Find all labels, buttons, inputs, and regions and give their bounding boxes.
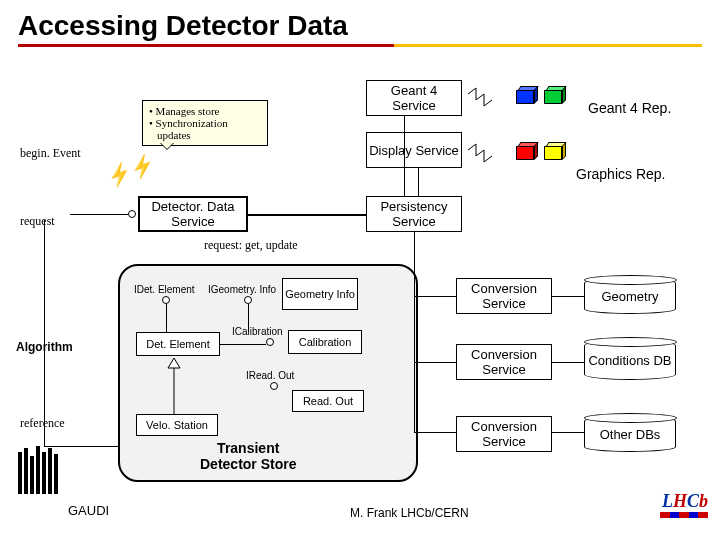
conn-conv2: [414, 362, 456, 363]
svg-rect-5: [48, 448, 52, 494]
diagram-stage: begin. Event request Algorithm reference…: [0, 58, 720, 518]
lolli-idet: [162, 296, 170, 304]
label-reference: reference: [20, 416, 65, 431]
label-begin-event: begin. Event: [20, 146, 81, 161]
db-geometry: Geometry: [584, 278, 676, 314]
conn-db3: [552, 432, 584, 433]
lightning-icon: ⚡⚡: [103, 150, 158, 190]
footer-credit: M. Frank LHCb/CERN: [350, 506, 469, 520]
db-other: Other DBs: [584, 416, 676, 452]
cube-g4-green: [544, 86, 566, 104]
building-icon: [18, 446, 60, 500]
box-conv-1: Conversion Service: [456, 278, 552, 314]
conn-igeo-v: [248, 304, 249, 332]
svg-rect-2: [30, 456, 34, 494]
tds-readout: Read. Out: [292, 390, 364, 412]
conn-reference-v: [44, 220, 45, 446]
conn-conv1: [414, 296, 456, 297]
cube-gr-red: [516, 142, 538, 160]
tds-geometry-info: Geometry Info: [282, 278, 358, 310]
conn-pers-v2: [418, 168, 419, 196]
conn-dd-persist: [248, 214, 366, 216]
tds-idet: IDet. Element: [134, 284, 195, 295]
box-geant4-service: Geant 4 Service: [366, 80, 462, 116]
lhcb-logo-bar: [660, 512, 708, 518]
conn-reference-h: [44, 446, 118, 447]
lhcb-logo: LHCb: [662, 491, 708, 512]
box-display-service: Display Service: [366, 132, 462, 168]
tds-igeo: IGeometry. Info: [208, 284, 276, 295]
svg-marker-8: [168, 358, 180, 368]
tds-velo: Velo. Station: [136, 414, 218, 436]
lolli-igeo: [244, 296, 252, 304]
cube-gr-yellow: [544, 142, 566, 160]
tds-det-element: Det. Element: [136, 332, 220, 356]
box-conv-3: Conversion Service: [456, 416, 552, 452]
svg-rect-6: [54, 454, 58, 494]
conn-conv3: [414, 432, 456, 433]
conn-db2: [552, 362, 584, 363]
svg-rect-0: [18, 452, 22, 494]
conn-pers-down: [414, 232, 415, 432]
callout-manages: • Manages store • Synchronization update…: [142, 100, 268, 146]
label-geant4-rep: Geant 4 Rep.: [588, 100, 671, 116]
inherit-arrow: [164, 356, 184, 414]
callout-l1: • Manages store: [149, 105, 261, 117]
brace-connectors: [466, 82, 512, 176]
title-underline: [18, 44, 702, 47]
svg-rect-4: [42, 452, 46, 494]
tds-ical: ICalibration: [232, 326, 283, 337]
svg-rect-3: [36, 446, 40, 494]
lolli-ical: [266, 338, 274, 346]
slide-title: Accessing Detector Data: [0, 0, 720, 44]
box-detector-data-service: Detector. Data Service: [138, 196, 248, 232]
cube-g4-blue: [516, 86, 538, 104]
conn-idet-v: [166, 304, 167, 332]
transient-detector-store: Geometry Info IDet. Element IGeometry. I…: [118, 264, 418, 482]
box-conv-2: Conversion Service: [456, 344, 552, 380]
conn-request: [70, 214, 128, 215]
tds-calibration: Calibration: [288, 330, 362, 354]
label-request: request: [20, 214, 55, 229]
callout-l3: updates: [149, 129, 261, 141]
tds-title: Transient Detector Store: [200, 440, 296, 472]
lolli-request: [128, 210, 136, 218]
db-conditions: Conditions DB: [584, 340, 676, 380]
svg-rect-1: [24, 448, 28, 494]
tds-title-1: Transient: [200, 440, 296, 456]
label-request-edge: request: get, update: [204, 238, 298, 253]
box-persistency-service: Persistency Service: [366, 196, 462, 232]
tds-iread: IRead. Out: [246, 370, 294, 381]
label-gaudi: GAUDI: [68, 503, 109, 518]
tds-title-2: Detector Store: [200, 456, 296, 472]
conn-pers-v1: [404, 116, 405, 196]
label-graphics-rep: Graphics Rep.: [576, 166, 665, 182]
conn-geoinfo: [220, 344, 266, 345]
conn-db1: [552, 296, 584, 297]
callout-l2: • Synchronization: [149, 117, 261, 129]
lolli-iread: [270, 382, 278, 390]
